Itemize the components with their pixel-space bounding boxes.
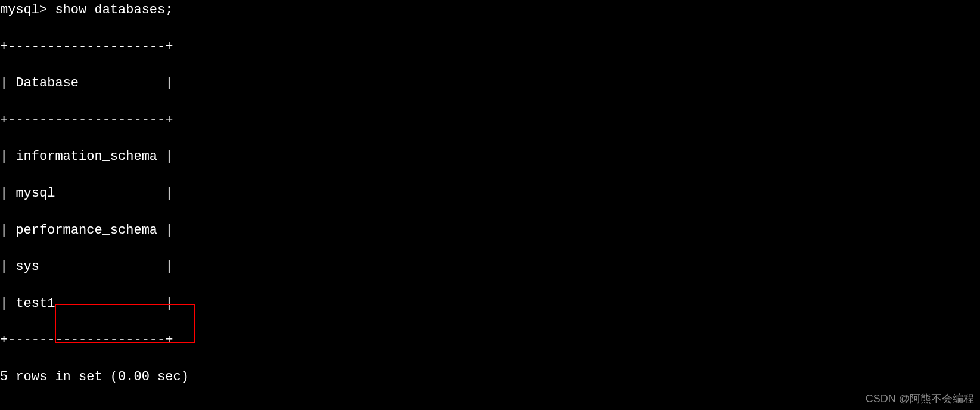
command-show-databases: show databases; [55, 2, 173, 17]
table-row: | sys | [0, 258, 980, 277]
table-row: | information_schema | [0, 148, 980, 166]
table-row: | mysql | [0, 185, 980, 203]
result-summary: 5 rows in set (0.00 sec) [0, 368, 980, 387]
terminal-output[interactable]: mysql> show databases; +----------------… [0, 0, 980, 410]
table-header-row: | Database | [0, 74, 980, 93]
table-border: +--------------------+ [0, 111, 980, 130]
table-border: +--------------------+ [0, 331, 980, 350]
table-border: +--------------------+ [0, 38, 980, 57]
mysql-prompt: mysql> [0, 2, 55, 17]
watermark: CSDN @阿熊不会编程 [866, 392, 974, 406]
table-row: | test1 | [0, 295, 980, 313]
table-row: | performance_schema | [0, 222, 980, 240]
